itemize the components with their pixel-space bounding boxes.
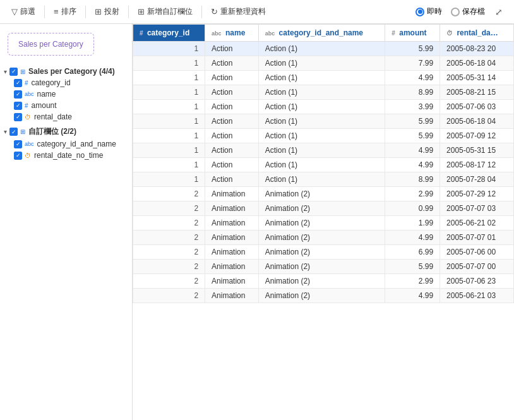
table-row[interactable]: 2AnimationAnimation (2)4.992005-07-07 01 [133,231,514,245]
tree-field-category_id[interactable]: # category_id [13,77,129,88]
cell-name: Animation [205,216,259,231]
cell-category_id: 1 [133,143,205,158]
filter-label: 篩選 [20,6,35,17]
tree-custom-field-category_id_and_name-label: category_id_and_name [37,140,116,148]
cell-category_id_and_name: Animation (2) [258,289,385,303]
tree-field-amount[interactable]: # amount [13,100,129,111]
table-row[interactable]: 1ActionAction (1)7.992005-06-18 04 [133,56,514,71]
tree-fields-group: # category_id abc name # amount ⏱ rental… [3,77,129,123]
tree-field-rental_date-checkbox[interactable] [14,113,22,121]
tree-custom-field-rental_date_no_time-checkbox[interactable] [14,152,22,160]
cell-name: Action [205,143,259,158]
cell-category_id_and_name: Action (1) [258,129,385,143]
cell-name: Animation [205,274,259,289]
radio-saved[interactable]: 保存檔 [451,6,485,17]
cell-name: Animation [205,245,259,260]
radio-saved-label: 保存檔 [462,6,485,17]
add-field-button[interactable]: ⊞ 新增自訂欄位 [133,4,198,20]
table-row[interactable]: 1ActionAction (1)5.992005-06-18 04 [133,114,514,129]
tree-root-checkbox[interactable] [9,68,18,76]
table-row[interactable]: 2AnimationAnimation (2)2.992005-07-29 12 [133,187,514,201]
table-body: 1ActionAction (1)5.992005-08-23 201Actio… [133,42,514,303]
cell-amount: 5.99 [385,114,440,129]
col-header-category_id[interactable]: # category_id [133,25,205,42]
cell-name: Action [205,85,259,100]
table-row[interactable]: 1ActionAction (1)4.992005-05-31 15 [133,143,514,158]
left-panel: Sales per Category ▾ ⊞ Sales per Categor… [0,24,133,420]
table-row[interactable]: 1ActionAction (1)5.992005-07-09 12 [133,129,514,143]
cell-amount: 2.99 [385,187,440,201]
sort-button[interactable]: ≡ 排序 [49,4,81,20]
cell-category_id_and_name: Action (1) [258,114,385,129]
table-row[interactable]: 2AnimationAnimation (2)6.992005-07-06 00 [133,245,514,260]
table-row[interactable]: 2AnimationAnimation (2)5.992005-07-07 00 [133,260,514,274]
tree-field-name-label: name [37,90,56,99]
cell-category_id: 2 [133,289,205,303]
tree-custom-field-rental_date_no_time[interactable]: ⏱ rental_date_no_time [13,150,129,161]
tree-field-name-checkbox[interactable] [14,90,22,99]
cell-category_id: 2 [133,201,205,216]
table-row[interactable]: 2AnimationAnimation (2)1.992005-06-21 02 [133,216,514,231]
toolbar-separator-2 [85,6,86,18]
hash-icon-category_id: # [25,80,28,87]
col-label-category_id: category_id [147,28,189,37]
cell-rental_date: 2005-08-17 12 [440,158,514,172]
cell-category_id: 1 [133,100,205,114]
tag-box[interactable]: Sales per Category [8,33,94,56]
cell-category_id_and_name: Animation (2) [258,231,385,245]
cell-rental_date: 2005-07-09 12 [440,129,514,143]
tree-field-category_id-checkbox[interactable] [14,79,22,87]
add-field-label: 新增自訂欄位 [147,6,193,17]
cell-category_id_and_name: Animation (2) [258,201,385,216]
cell-rental_date: 2005-08-23 20 [440,42,514,56]
refresh-label: 重新整理資料 [220,6,266,17]
col-label-rental_date: rental_da… [457,28,498,37]
cell-category_id_and_name: Action (1) [258,71,385,85]
tree-custom-field-category_id_and_name-checkbox[interactable] [14,140,22,148]
tree-custom-field-category_id_and_name[interactable]: abc category_id_and_name [13,138,129,150]
expand-icon[interactable]: ⤢ [495,7,503,17]
cell-amount: 3.99 [385,100,440,114]
radio-group: 即時 保存檔 [415,6,485,17]
table-row[interactable]: 1ActionAction (1)8.992005-07-28 04 [133,172,514,187]
cell-name: Animation [205,260,259,274]
refresh-button[interactable]: ↻ 重新整理資料 [206,4,271,20]
tree-root[interactable]: ▾ ⊞ Sales per Category (4/4) [3,66,129,77]
table-row[interactable]: 1ActionAction (1)4.992005-05-31 14 [133,71,514,85]
cell-category_id: 1 [133,85,205,100]
col-header-name[interactable]: abc name [205,25,259,42]
table-row[interactable]: 1ActionAction (1)8.992005-08-21 15 [133,85,514,100]
project-button[interactable]: ⊞ 投射 [90,4,124,20]
tree-field-rental_date-label: rental_date [34,112,72,121]
cell-name: Action [205,71,259,85]
tree-custom-root[interactable]: ▾ ⊞ 自訂欄位 (2/2) [3,125,129,138]
tree-field-name[interactable]: abc name [13,88,129,100]
cell-category_id_and_name: Action (1) [258,42,385,56]
tree-custom-fields-group: abc category_id_and_name ⏱ rental_date_n… [3,138,129,161]
project-icon: ⊞ [95,7,102,16]
col-header-amount[interactable]: # amount [385,25,440,42]
table-row[interactable]: 1ActionAction (1)3.992005-07-06 03 [133,100,514,114]
table-row[interactable]: 2AnimationAnimation (2)4.992005-06-21 03 [133,289,514,303]
cell-category_id: 2 [133,260,205,274]
filter-button[interactable]: ▽ 篩選 [6,4,40,20]
cell-name: Action [205,100,259,114]
table-row[interactable]: 1ActionAction (1)5.992005-08-23 20 [133,42,514,56]
toolbar-separator-1 [44,6,45,18]
tree-field-amount-checkbox[interactable] [14,102,22,110]
table-row[interactable]: 2AnimationAnimation (2)0.992005-07-07 03 [133,201,514,216]
tree-custom-checkbox[interactable] [9,128,18,136]
clock-icon-rental_date_no_time: ⏱ [25,152,31,159]
table-row[interactable]: 2AnimationAnimation (2)2.992005-07-06 23 [133,274,514,289]
col-icon-rental_date: ⏱ [446,30,453,37]
right-panel[interactable]: # category_id abc name abc category_id_a… [133,24,514,420]
col-header-category_id_and_name[interactable]: abc category_id_and_name [258,25,385,42]
tree-field-rental_date[interactable]: ⏱ rental_date [13,111,129,123]
col-header-rental_date[interactable]: ⏱ rental_da… [440,25,514,42]
radio-realtime[interactable]: 即時 [415,6,442,17]
cell-amount: 0.99 [385,201,440,216]
sort-icon: ≡ [54,7,59,16]
cell-category_id: 1 [133,158,205,172]
tree-field-category_id-label: category_id [32,78,71,87]
table-row[interactable]: 1ActionAction (1)4.992005-08-17 12 [133,158,514,172]
